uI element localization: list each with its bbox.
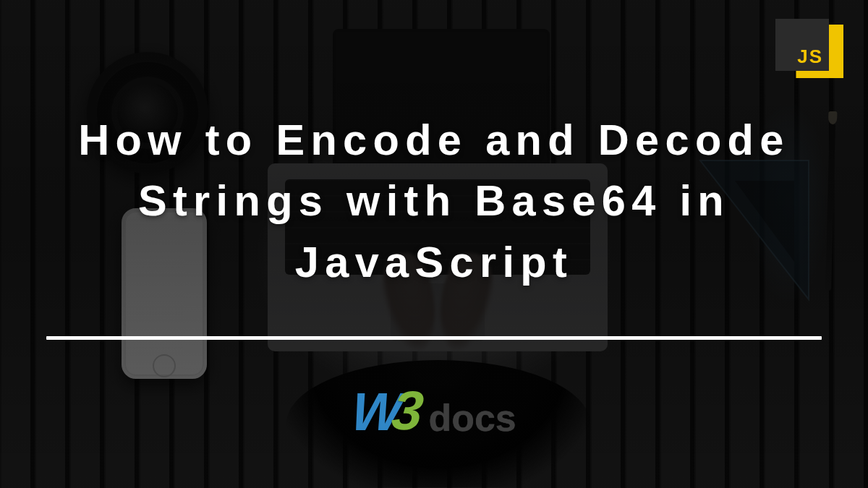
title-underline [46,336,822,340]
page-title: How to Encode and Decode Strings with Ba… [45,110,823,293]
brand-logo-3: 3 [389,383,425,438]
brand-logo-docs: docs [428,399,516,437]
javascript-badge-label: JS [775,19,829,71]
javascript-badge-icon: JS [775,19,843,80]
brand-logo: W 3 docs [352,385,516,440]
hero-card: JS How to Encode and Decode Strings with… [0,0,868,488]
